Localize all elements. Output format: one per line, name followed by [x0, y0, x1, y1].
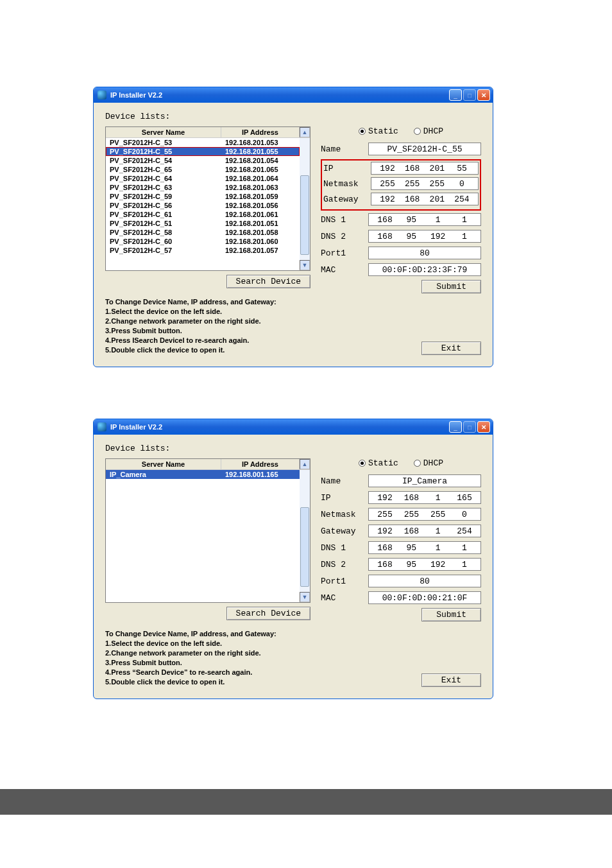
mac-field[interactable]: 00:0F:0D:00:21:0F: [368, 591, 481, 604]
scrollbar-thumb[interactable]: [300, 175, 309, 255]
scrollbar-thumb[interactable]: [300, 507, 309, 587]
ip-field[interactable]: 1921681165: [368, 491, 481, 504]
ip-octet[interactable]: 1: [454, 232, 475, 241]
radio-dhcp[interactable]: DHCP: [414, 458, 443, 468]
ip-octet[interactable]: 95: [400, 560, 422, 569]
ip-octet[interactable]: 168: [374, 232, 396, 241]
table-row-empty[interactable]: [106, 479, 300, 488]
table-row-empty[interactable]: [106, 506, 300, 515]
scrollbar[interactable]: ▼: [300, 470, 310, 602]
ip-octet[interactable]: 55: [451, 164, 473, 173]
scrollbar[interactable]: ▼: [300, 138, 310, 270]
table-row[interactable]: PV_SF2012H-C_56 192.168.201.056: [106, 201, 300, 210]
maximize-icon[interactable]: □: [463, 89, 476, 101]
ip-octet[interactable]: 1: [427, 543, 449, 553]
dns2-field[interactable]: 168951921: [368, 230, 481, 243]
titlebar[interactable]: IP Installer V2.2 _ □ ✕: [94, 87, 493, 103]
table-row-empty[interactable]: [106, 497, 300, 506]
col-server-name[interactable]: Server Name: [106, 459, 221, 469]
table-row-empty[interactable]: [106, 488, 300, 497]
search-device-button[interactable]: Search Device: [226, 275, 310, 288]
ip-field[interactable]: 19216820155: [371, 162, 479, 175]
scroll-down-icon[interactable]: ▼: [300, 260, 310, 270]
port1-field[interactable]: 80: [368, 575, 481, 587]
ip-octet[interactable]: 255: [402, 179, 423, 189]
minimize-icon[interactable]: _: [449, 421, 462, 433]
ip-octet[interactable]: 255: [400, 510, 422, 519]
table-row-empty[interactable]: [106, 587, 300, 596]
table-row[interactable]: PV_SF2012H-C_63 192.168.201.063: [106, 183, 300, 192]
table-row[interactable]: PV_SF2012H-C_61 192.168.201.061: [106, 210, 300, 219]
ip-octet[interactable]: 0: [454, 510, 475, 519]
table-row[interactable]: PV_SF2012H-C_51 192.168.201.051: [106, 219, 300, 228]
close-icon[interactable]: ✕: [477, 89, 490, 101]
dns1-field[interactable]: 1689511: [368, 213, 481, 226]
scroll-up-icon[interactable]: ▲: [300, 459, 310, 469]
radio-static[interactable]: Static: [359, 126, 398, 136]
ip-octet[interactable]: 254: [451, 195, 473, 204]
scroll-up-icon[interactable]: ▲: [300, 127, 310, 137]
col-server-name[interactable]: Server Name: [106, 127, 221, 137]
ip-octet[interactable]: 201: [426, 164, 448, 173]
table-row-empty[interactable]: [106, 560, 300, 569]
table-row-empty[interactable]: [106, 524, 300, 533]
radio-static[interactable]: Static: [359, 458, 398, 468]
table-row-empty[interactable]: [106, 533, 300, 542]
ip-octet[interactable]: 201: [426, 195, 448, 204]
ip-octet[interactable]: 1: [427, 215, 449, 225]
scroll-down-icon[interactable]: ▼: [300, 592, 310, 602]
exit-button[interactable]: Exit: [421, 673, 481, 687]
ip-octet[interactable]: 1: [454, 543, 475, 553]
mac-field[interactable]: 00:0F:0D:23:3F:79: [368, 263, 481, 276]
exit-button[interactable]: Exit: [421, 342, 481, 355]
close-icon[interactable]: ✕: [477, 421, 490, 433]
table-row-empty[interactable]: [106, 551, 300, 560]
col-ip-address[interactable]: IP Address: [221, 459, 300, 469]
search-device-button[interactable]: Search Device: [226, 607, 310, 620]
table-row[interactable]: PV_SF2012H-C_64 192.168.201.064: [106, 174, 300, 183]
ip-octet[interactable]: 168: [400, 493, 422, 503]
ip-octet[interactable]: 255: [426, 179, 448, 189]
name-field[interactable]: IP_Camera: [368, 474, 481, 487]
ip-octet[interactable]: 168: [400, 526, 422, 536]
ip-octet[interactable]: 192: [427, 232, 449, 241]
table-row-empty[interactable]: [106, 578, 300, 587]
ip-octet[interactable]: 168: [402, 195, 423, 204]
table-row-empty[interactable]: [106, 569, 300, 578]
port1-field[interactable]: 80: [368, 247, 481, 259]
radio-dhcp[interactable]: DHCP: [414, 126, 443, 136]
ip-octet[interactable]: 165: [454, 493, 475, 503]
ip-octet[interactable]: 168: [374, 560, 396, 569]
titlebar[interactable]: IP Installer V2.2 _ □ ✕: [94, 419, 493, 435]
ip-octet[interactable]: 254: [454, 526, 475, 536]
ip-octet[interactable]: 1: [427, 493, 449, 503]
ip-octet[interactable]: 255: [374, 510, 396, 519]
table-row[interactable]: PV_SF2012H-C_65 192.168.201.065: [106, 165, 300, 174]
table-row[interactable]: PV_SF2012H-C_60 192.168.201.060: [106, 237, 300, 246]
ip-octet[interactable]: 1: [454, 560, 475, 569]
ip-octet[interactable]: 255: [427, 510, 449, 519]
table-row[interactable]: PV_SF2012H-C_54 192.168.201.054: [106, 156, 300, 165]
netmask-field[interactable]: 2552552550: [371, 177, 479, 190]
ip-octet[interactable]: 168: [402, 164, 423, 173]
col-ip-address[interactable]: IP Address: [221, 127, 300, 137]
dns1-field[interactable]: 1689511: [368, 541, 481, 554]
gateway-field[interactable]: 192168201254: [371, 193, 479, 205]
submit-button[interactable]: Submit: [421, 608, 481, 621]
netmask-field[interactable]: 2552552550: [368, 508, 481, 521]
table-row-empty[interactable]: [106, 515, 300, 524]
ip-octet[interactable]: 1: [427, 526, 449, 536]
table-row[interactable]: PV_SF2012H-C_55 192.168.201.055: [106, 147, 300, 156]
ip-octet[interactable]: 255: [377, 179, 398, 189]
ip-octet[interactable]: 0: [451, 179, 473, 189]
ip-octet[interactable]: 168: [374, 215, 396, 225]
table-row[interactable]: IP_Camera 192.168.001.165: [106, 470, 300, 479]
gateway-field[interactable]: 1921681254: [368, 525, 481, 537]
ip-octet[interactable]: 95: [400, 543, 422, 553]
table-row-empty[interactable]: [106, 542, 300, 551]
ip-octet[interactable]: 95: [400, 215, 422, 225]
table-row[interactable]: PV_SF2012H-C_57 192.168.201.057: [106, 246, 300, 255]
dns2-field[interactable]: 168951921: [368, 558, 481, 571]
ip-octet[interactable]: 1: [454, 215, 475, 225]
table-row[interactable]: PV_SF2012H-C_53 192.168.201.053: [106, 138, 300, 147]
